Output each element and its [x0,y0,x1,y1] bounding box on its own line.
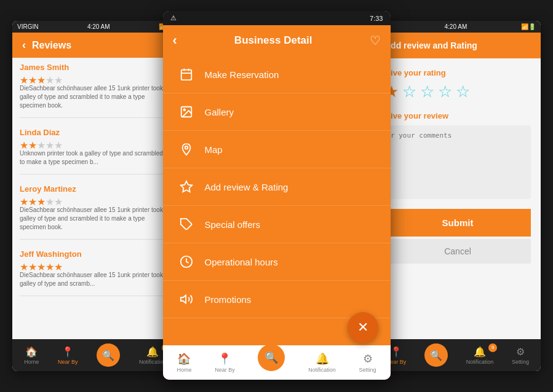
menu-item-review[interactable]: Add review & Rating [163,168,391,206]
star-icon-2[interactable]: ☆ [402,82,416,101]
cancel-button[interactable]: Cancel [384,239,531,264]
star-icon: ★ [28,74,36,82]
search-circle-center[interactable]: 🔍 [258,344,285,371]
star-icon: ★ [46,261,53,269]
bell-icon: 🔔 [316,352,329,366]
status-bar-center: ⚠ 7:33 [163,11,391,25]
bell-icon: 🔔 [474,346,486,358]
home-icon: 🏠 [25,346,38,358]
nav-search-center[interactable]: 🔍 [258,354,285,371]
review-icon [178,178,195,195]
back-arrow-left[interactable]: ‹ [22,39,26,52]
svg-point-5 [183,109,185,111]
nav-label: Near By [215,367,235,373]
reviews-title: Reviews [32,40,71,51]
nav-search-right[interactable]: 🔍 [424,343,448,367]
star-icon: ★ [54,196,62,203]
close-fab[interactable]: ✕ [348,312,378,343]
nav-label: Near By [58,359,78,365]
menu-label: Promotions [205,294,252,305]
search-circle[interactable]: 🔍 [97,343,120,367]
star-icon: ★ [37,261,44,269]
star-icon-4[interactable]: ☆ [438,82,452,101]
reviews-header: ‹ Reviews [12,33,178,58]
screen-business-detail: ⚠ 7:33 ‹ Business Detail ♡ Make Reservat… [163,11,391,380]
time-center: 7:33 [370,15,383,22]
nav-search[interactable]: 🔍 [97,343,120,367]
menu-label: Special offers [205,219,261,230]
reviewer-name: Jeff Washington [20,249,171,259]
menu-item-map[interactable]: Map [163,131,391,168]
nav-notification-right[interactable]: 🔔 9 Notification [466,346,494,365]
menu-label: Operational hours [205,257,278,267]
nav-setting-center[interactable]: ⚙ Setting [359,352,376,373]
nav-label: Home [177,367,191,373]
nav-label: Notification [466,359,494,365]
star-icon: ★ [28,139,36,147]
star-icon-5[interactable]: ☆ [456,82,470,101]
star-icon: ★ [46,139,53,147]
gear-icon: ⚙ [516,346,525,358]
review-input[interactable] [384,125,531,199]
status-bar-left: VIRGIN 4:20 AM 📶🔋 [12,21,178,33]
nav-home[interactable]: 🏠 Home [24,346,39,365]
reservation-icon [178,66,195,83]
nav-setting-right[interactable]: ⚙ Setting [512,346,529,365]
search-circle-right[interactable]: 🔍 [424,343,448,367]
nav-nearby-center[interactable]: 📍 Near By [215,352,235,373]
menu-item-promotions[interactable]: Promotions [163,281,391,318]
nav-label: Home [24,359,39,365]
menu-label: Gallery [205,107,234,117]
star-icon-3[interactable]: ☆ [420,82,434,101]
nav-notification-center[interactable]: 🔔 Notification [308,352,336,373]
list-item: Jeff Washington ★ ★ ★ ★ ★ DieSachbear sc… [20,249,171,296]
promotions-icon [178,291,195,308]
review-text: Unknown printer took a galley of type an… [20,149,171,167]
star-rating: ★ ★ ★ ★ ★ [20,139,171,147]
battery-right: 📶🔋 [521,23,536,30]
location-icon: 📍 [62,346,74,358]
star-rating: ★ ★ ★ ★ ★ [20,261,171,269]
star-rating: ★ ★ ★ ★ ★ [20,196,171,203]
svg-point-6 [185,146,188,149]
menu-label: Add review & Rating [205,182,288,192]
menu-item-reservation[interactable]: Make Reservation [163,56,391,93]
favorite-icon[interactable]: ♡ [370,33,381,48]
star-icon: ★ [54,139,62,147]
star-icon: ★ [28,196,36,203]
screen-reviews: VIRGIN 4:20 AM 📶🔋 ‹ Reviews James Smith … [12,21,178,371]
menu-label: Make Reservation [205,69,279,80]
gear-icon: ⚙ [363,352,373,366]
nav-home-center[interactable]: 🏠 Home [177,352,191,373]
business-detail-header: ‹ Business Detail ♡ [163,25,391,56]
submit-button[interactable]: Submit [384,209,531,237]
search-icon: 🔍 [430,350,442,361]
bottom-nav-left: 🏠 Home 📍 Near By 🔍 🔔 9 Notification [12,339,178,371]
location-icon: 📍 [218,352,231,366]
list-item: Leroy Martinez ★ ★ ★ ★ ★ DieSachbear sch… [20,184,171,240]
list-item: Linda Diaz ★ ★ ★ ★ ★ Unknown printer too… [20,128,171,174]
menu-item-operational-hours[interactable]: Operational hours [163,243,391,281]
star-icon: ★ [37,74,44,82]
carrier-left: VIRGIN [17,23,38,30]
location-icon: 📍 [390,346,402,358]
star-icon: ★ [20,196,27,203]
warning-icon: ⚠ [170,14,177,22]
business-detail-menu: Make Reservation Gallery Map [163,56,391,331]
business-detail-title: Business Detail [234,34,312,47]
nav-nearby[interactable]: 📍 Near By [58,346,78,365]
reviewer-name: Leroy Martinez [20,184,171,194]
star-icon: ★ [37,139,44,147]
menu-item-gallery[interactable]: Gallery [163,93,391,131]
review-form: Give your rating ★ ☆ ☆ ☆ ☆ Give your rev… [375,58,541,273]
search-icon: 🔍 [265,351,278,364]
menu-label: Map [205,144,223,155]
back-arrow-center[interactable]: ‹ [173,33,177,49]
rating-stars[interactable]: ★ ☆ ☆ ☆ ☆ [384,82,531,101]
bottom-nav-center: 🏠 Home 📍 Near By 🔍 🔔 Notification ⚙ Sett… [163,345,391,380]
screen-add-review: GIN 4:20 AM 📶🔋 Add review and Rating Giv… [375,21,541,371]
close-icon: ✕ [357,319,368,335]
menu-item-special-offers[interactable]: Special offers [163,206,391,243]
nav-label: Setting [359,367,376,373]
rating-label: Give your rating [384,68,531,77]
